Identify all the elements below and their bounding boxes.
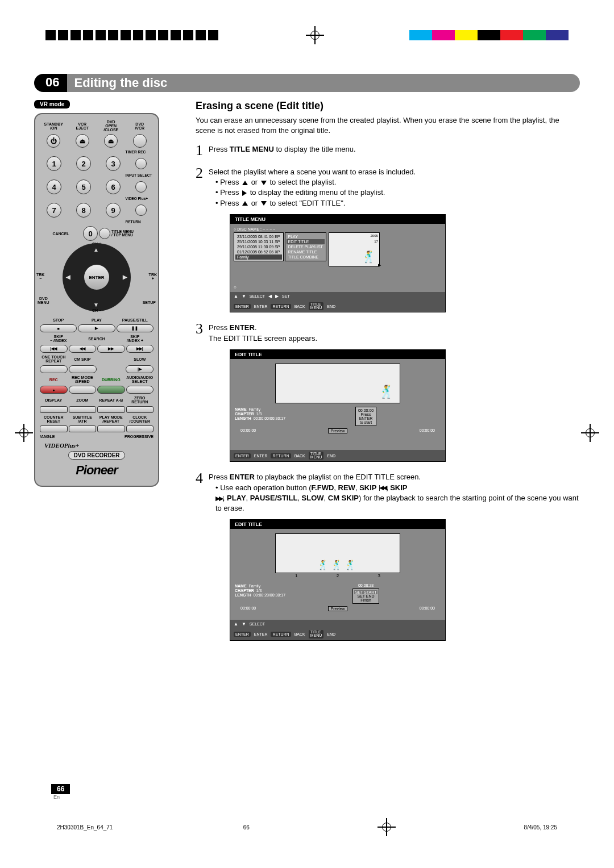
search-label: SEARCH [78,337,115,341]
play-button[interactable]: ▶ [78,324,115,332]
dubbing-button[interactable] [97,386,125,394]
pause-button[interactable]: ❚❚ [117,324,154,332]
up-triangle-icon [242,181,248,185]
rec-mode-button[interactable] [69,386,97,394]
s4-l1a: Press [209,473,230,481]
osd1-thumb-year: 2005 [371,234,378,237]
nav-right-button[interactable]: ▶ [123,274,127,280]
num-9-button[interactable]: 9 [106,203,121,218]
osd2-meta: NAME Family CHAPTER 1/3 LENGTH 00:00:00/… [235,407,285,421]
num-5-button[interactable]: 5 [76,180,91,194]
one-touch-repeat-label: ONE TOUCH REPEAT [40,355,68,363]
dvd-open-close-button[interactable]: ⏏ [104,134,118,148]
subtitle-button[interactable] [69,425,97,432]
rew-button[interactable]: ◀◀ [69,345,97,353]
chapter-header: 06 Editing the disc [34,74,580,92]
osd2-fb-tm: TITLE MENU [309,452,324,460]
color-bar [409,30,569,40]
right-triangle-icon [242,190,247,196]
slow-button[interactable]: |▶ [126,365,154,373]
section-heading: Erasing a scene (Edit title) [196,100,580,112]
osd3-lt: 00:00:00 [240,606,256,611]
cm-skip-button[interactable] [69,365,97,373]
zero-return-button[interactable] [126,406,154,413]
zoom-button[interactable] [69,406,97,413]
repeat-ab-button[interactable] [97,406,125,413]
standby-button[interactable]: ⏻ [47,134,60,148]
pause-label: PAUSE/STILL [117,318,154,322]
stop-label: STOP [40,318,77,322]
step3-line2: The EDIT TITLE screen appears. [209,333,580,344]
enter-button[interactable]: ENTER [84,265,109,290]
osd2-preview: 🕺 [275,364,400,403]
s4-b1f: SKIP [359,483,376,492]
audio-select-button[interactable] [126,386,154,394]
osd2-fl-back: BACK [294,454,305,458]
display-button[interactable] [40,406,68,413]
setup-label: SETUP [143,301,156,304]
document-footer: 2H30301B_En_64_71 66 8/4/05, 19:25 [0,820,614,834]
step-4-num: 4 [196,470,203,514]
nav-up-button[interactable]: ▲ [93,247,99,253]
registration-mark-icon [308,28,322,42]
nav-left-button[interactable]: ◀ [66,274,70,280]
play-mode-button[interactable] [97,425,125,432]
step-2-num: 2 [196,165,203,208]
video-plus-label: VIDEO Plus+ [126,197,154,201]
ffwd-button[interactable]: ▶▶ [97,345,125,353]
vcr-eject-button[interactable]: ⏏ [76,134,89,148]
cm-skip-label: CM SKIP [69,357,97,361]
s4-b1a: Use each operation button ( [220,483,311,492]
vr-mode-badge: VR mode [34,100,70,108]
doc-id: 2H30301B_En_64_71 [57,824,113,831]
skip-fwd-button[interactable]: ▶▶| [126,345,154,353]
nav-down-button[interactable]: ▼ [93,302,99,308]
osd3-preview-btn: Preview [328,606,348,611]
step2-b1a: Press [220,178,241,186]
input-select-button[interactable] [135,181,147,193]
one-touch-repeat-button[interactable] [40,365,68,373]
chapter-number: 06 [34,74,67,92]
step-1-bold: TITLE MENU [230,145,274,153]
section-intro: You can erase an unnecessary scene from … [196,115,580,135]
osd1-footer: ▲▼SELECT ◀▶SET [230,292,445,301]
dvd-vcr-button[interactable] [133,134,147,148]
counter-reset-button[interactable] [40,425,68,432]
osd3-header: EDIT TITLE [230,520,445,529]
num-4-button[interactable]: 4 [47,180,61,194]
osd3-fb-enter: ENTER [234,632,251,637]
angle-label: /ANGLE [40,435,67,439]
step-4: 4 Press ENTER to playback the playlist o… [196,470,580,514]
num-7-button[interactable]: 7 [47,203,61,218]
trk-plus-label: TRK + [149,273,157,281]
num-8-button[interactable]: 8 [76,203,91,218]
osd1-f-set: SET [282,294,290,298]
osd3-name: Family [249,584,261,588]
remote-control: STANDBY /ONVCR EJECTDVD OPEN /CLOSEDVD /… [34,113,159,487]
num-1-button[interactable]: 1 [47,156,61,171]
skip-back-button[interactable]: |◀◀ [40,345,68,353]
videoplus-logo: VIDEOPlus+ [40,442,154,449]
step2-b3a: Press [220,199,241,207]
return-button[interactable] [99,228,110,239]
num-3-button[interactable]: 3 [106,156,121,171]
stop-button[interactable]: ■ [40,324,77,332]
figure-icon: 🕺 [362,250,376,264]
s4-b1d: REW [338,483,355,492]
step-1-text-b: to display the title menu. [274,145,356,153]
num-6-button[interactable]: 6 [106,180,121,194]
clock-counter-button[interactable] [126,425,154,432]
s4-b1g: , SKIP [386,483,408,492]
osd2-footer: ENTERENTER RETURNBACK TITLE MENUEND [230,450,445,462]
num-0-button[interactable]: 0 [83,226,98,241]
rec-button[interactable]: ● [40,386,68,394]
step3-a: Press [209,323,230,332]
s4-b1b: F.FWD [312,483,334,492]
s4-b2e: , [297,494,301,502]
videoplus-button[interactable] [135,205,147,216]
num-2-button[interactable]: 2 [76,156,91,171]
timer-rec-button[interactable] [135,158,147,169]
osd2-ch-label: CHAPTER [235,412,254,416]
s4-b2d: PAUSE/STILL [250,494,298,502]
osd2-hint-time: 00:00:00 [358,408,374,412]
